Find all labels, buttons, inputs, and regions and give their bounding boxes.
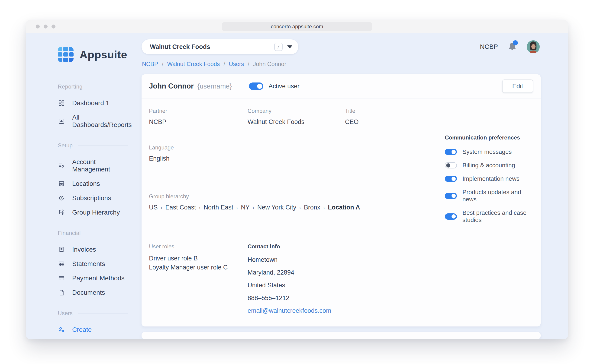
contact-email-link[interactable]: email@walnutcreekfoods.com [248,307,331,314]
appsuite-grid-logo-icon [58,47,74,62]
breadcrumb-link-ncbp[interactable]: NCBP [142,61,158,67]
section-divider [78,145,128,146]
contact-line: Maryland, 22894 [248,269,445,276]
user-roles-label: User roles [149,243,248,250]
pref-label: Products updates and news [462,188,533,203]
breadcrumb-link-company[interactable]: Walnut Creek Foods [167,61,220,67]
breadcrumb-separator: / [223,61,225,67]
contact-info: Contact info Hometown Maryland, 22894 Un… [248,243,445,314]
user-role: Loyalty Manager user role C [149,263,248,272]
pref-system-messages: System messages [445,148,533,156]
company-selector-value: Walnut Creek Foods [150,43,274,51]
notification-badge-dot [513,40,518,46]
field-title: Title CEO [345,108,445,144]
svg-text:$: $ [61,197,62,200]
sidebar-item-label: Account Management [72,158,128,173]
main-content: Walnut Creek Foods / NCBP [142,33,568,339]
avatar-photo [527,40,540,53]
sidebar-item-create[interactable]: Create [58,323,128,337]
sidebar-item-subscriptions[interactable]: $ Subscriptions [58,191,128,205]
messages-title: Messages [142,332,541,339]
user-plus-icon [58,326,65,333]
sidebar-item-all-dashboards-reports[interactable]: All Dashboards/Reports [58,110,128,132]
sidebar-item-payment-methods[interactable]: Payment Methods [58,271,128,286]
products-updates-toggle[interactable] [445,193,457,199]
close-window-button[interactable] [36,25,40,28]
sidebar-item-permissions[interactable]: Permissions [58,337,128,339]
hierarchy-node: US [149,204,158,211]
billing-accounting-toggle[interactable] [445,162,457,169]
sidebar-item-account-management[interactable]: Account Management [58,155,128,176]
system-messages-toggle[interactable] [445,149,457,155]
field-label: Title [345,108,445,114]
pref-label: System messages [462,148,512,156]
breadcrumb-current-page: John Connor [253,61,286,67]
pref-label: Best practices and case studies [462,209,533,224]
sidebar-item-label: Subscriptions [72,194,111,202]
edit-button[interactable]: Edit [502,79,533,93]
field-label: Language [149,144,248,151]
minimize-window-button[interactable] [44,25,47,28]
sidebar-item-invoices[interactable]: Invoices [58,242,128,257]
breadcrumb: NCBP / Walnut Creek Foods / Users / John… [142,61,541,67]
notifications-button[interactable] [508,42,517,52]
sidebar-item-label: Locations [72,180,100,188]
sidebar-item-locations[interactable]: Locations [58,176,128,191]
breadcrumb-separator: / [162,61,163,67]
messages-card: Messages Date Subject Message Attachment… [142,332,541,339]
hierarchy-icon [58,209,65,216]
hierarchy-node-current: Location A [328,204,360,211]
hierarchy-node: Bronx [304,204,320,211]
url-bar[interactable]: concerto.appsuite.com [222,22,372,31]
dashboard-icon [58,99,65,107]
pref-label: Implementation news [462,175,520,182]
chevron-separator: › [323,205,325,210]
sidebar-section-setup: Setup Account Management Locations $ Sub… [58,142,128,220]
sidebar-item-statements[interactable]: Statements [58,257,128,271]
field-label: Company [248,108,345,114]
maximize-window-button[interactable] [52,25,55,28]
group-hierarchy-label: Group hierarchy [149,193,445,200]
contact-phone: 888–555–1212 [248,294,445,302]
slash-shortcut-badge: / [274,43,283,51]
section-divider [88,87,128,87]
field-value: Walnut Creek Foods [248,118,345,126]
sidebar-item-label: Payment Methods [72,274,125,282]
pref-best-practices: Best practices and case studies [445,209,533,224]
sidebar-item-label: Dashboard 1 [72,99,109,107]
sidebar-item-label: Create [72,326,92,333]
table-icon [58,260,65,268]
breadcrumb-link-users[interactable]: Users [229,61,244,67]
section-divider [86,233,128,233]
section-divider [78,313,128,313]
user-avatar[interactable] [527,40,540,53]
user-detail-card: John Connor {username} Active user Edit … [142,74,541,326]
best-practices-toggle[interactable] [445,213,457,220]
sidebar-item-label: Invoices [72,246,96,253]
section-title: Reporting [58,83,83,90]
section-title: Setup [58,142,73,149]
field-value: English [149,155,248,162]
field-value: CEO [345,118,445,126]
sidebar-section-financial: Financial Invoices Statements Payment Me… [58,230,128,300]
hierarchy-node: New York City [257,204,296,211]
sidebar-item-dashboard-1[interactable]: Dashboard 1 [58,96,128,110]
hierarchy-node: NY [241,204,250,211]
implementation-news-toggle[interactable] [445,176,457,182]
sidebar-item-group-hierarchy[interactable]: Group Hierarchy [58,205,128,220]
app-logo[interactable]: Appsuite [58,47,128,62]
sidebar-item-documents[interactable]: Documents [58,286,128,300]
browser-window: concerto.appsuite.com Appsuite Reporting… [26,20,568,339]
app-logo-text: Appsuite [80,48,127,61]
sidebar-section-reporting: Reporting Dashboard 1 All Dashboards/Rep… [58,83,128,132]
chevron-separator: › [236,205,238,210]
pref-billing-accounting: Billing & accounting [445,162,533,169]
window-controls[interactable] [36,25,55,28]
breadcrumb-separator: / [248,61,250,67]
section-title: Users [58,310,73,317]
subscriptions-icon: $ [58,194,65,202]
company-selector[interactable]: Walnut Creek Foods / [142,39,298,54]
account-management-icon [58,162,65,169]
hierarchy-node: North East [204,204,233,211]
active-user-toggle[interactable] [249,83,263,90]
